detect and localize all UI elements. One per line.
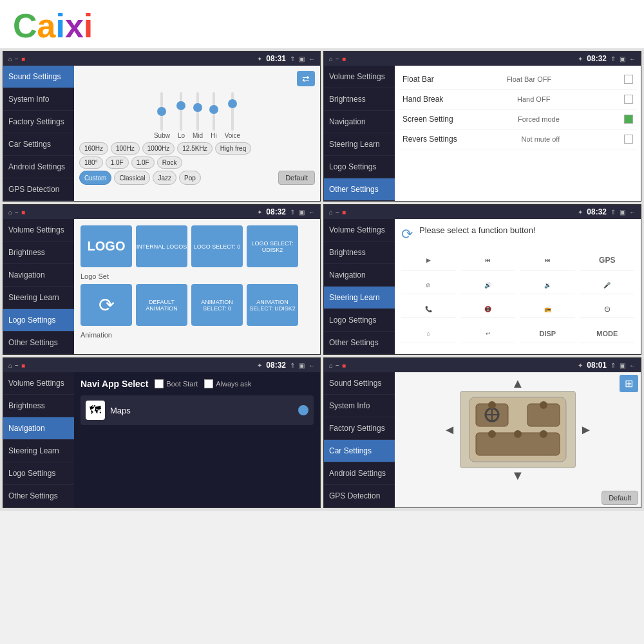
steer-gps[interactable]: GPS xyxy=(580,249,635,270)
bluetooth-icon-5: ✦ xyxy=(257,362,262,369)
arrows-icon-4: ⇑ xyxy=(611,209,616,216)
steer-vol-down[interactable]: 🔉 xyxy=(520,276,575,294)
steer-power[interactable]: ⏻ xyxy=(580,299,635,318)
steer-mic[interactable]: 🎤 xyxy=(580,276,635,294)
adjust-icon-button[interactable]: ⊞ xyxy=(620,375,638,392)
sidebar-item-car-settings[interactable]: Car Settings xyxy=(3,133,74,156)
steer-play[interactable]: ▶ xyxy=(401,249,456,270)
freq-160hz[interactable]: 160Hz xyxy=(79,142,108,155)
exchange-button[interactable]: ⇄ xyxy=(297,71,315,86)
steer-call[interactable]: 📞 xyxy=(401,299,456,318)
slider-track-hi[interactable] xyxy=(213,92,215,131)
float-bar-checkbox[interactable] xyxy=(624,75,633,84)
steer-next[interactable]: ⏭ xyxy=(520,249,575,270)
sidebar-item-gps-detection[interactable]: GPS Detection xyxy=(3,178,74,201)
car-up-arrow[interactable]: ▲ xyxy=(511,376,524,391)
slider-track-voice[interactable] xyxy=(231,92,234,131)
sidebar-4-logo[interactable]: Logo Settings xyxy=(324,309,395,332)
steer-mode[interactable]: MODE xyxy=(580,323,635,343)
sidebar-3-navigation[interactable]: Navigation xyxy=(3,264,74,287)
sidebar-item-sound-settings[interactable]: Sound Settings xyxy=(3,66,74,88)
freq-100hz[interactable]: 100Hz xyxy=(111,142,140,155)
preset-classical[interactable]: Classical xyxy=(114,171,150,185)
car-right-arrow[interactable]: ► xyxy=(580,422,592,437)
steer-hangup[interactable]: 📵 xyxy=(461,299,516,318)
mode-10f-2[interactable]: 1.0F xyxy=(131,156,155,169)
logo-tile-internal[interactable]: INTERNAL LOGOS xyxy=(136,225,187,267)
anim-tile-default[interactable]: DEFAULT ANIMATION xyxy=(136,284,187,326)
steer-prev[interactable]: ⏮ xyxy=(461,249,516,270)
hand-break-checkbox[interactable] xyxy=(624,95,633,104)
sidebar-3-volume[interactable]: Volume Settings xyxy=(3,219,74,242)
settings-row-screen: Screen Setting Forced mode xyxy=(399,109,637,129)
preset-custom[interactable]: Custom xyxy=(79,171,111,185)
slider-track-mid[interactable] xyxy=(196,92,199,131)
always-ask-checkbox[interactable] xyxy=(204,379,213,388)
sidebar-6-android[interactable]: Android Settings xyxy=(324,462,395,485)
sidebar-item-navigation[interactable]: Navigation xyxy=(324,111,395,133)
steer-mute[interactable]: ⊘ xyxy=(401,276,456,294)
sidebar-item-steering[interactable]: Steering Learn xyxy=(324,133,395,156)
car-default-button[interactable]: Default xyxy=(601,491,638,505)
slider-track-subw[interactable] xyxy=(160,92,163,131)
sidebar-item-system-info[interactable]: System Info xyxy=(3,88,74,111)
logo-tile-main[interactable]: LOGO xyxy=(80,225,132,267)
logo-tile-select-0[interactable]: LOGO SELECT: 0 xyxy=(191,225,243,267)
status-bar-right-1: ✦ 08:31 ⇑ ▣ ← xyxy=(257,54,315,63)
slider-track-lo[interactable] xyxy=(180,92,182,131)
maps-radio-button[interactable] xyxy=(298,405,308,415)
steer-back[interactable]: ↩ xyxy=(461,323,516,343)
logo-tile-udisk2[interactable]: LOGO SELECT: UDISK2 xyxy=(247,225,298,267)
anim-tile-udisk2[interactable]: ANIMATION SELECT: UDISK2 xyxy=(247,284,298,326)
anim-tile-select-0[interactable]: ANIMATION SELECT: 0 xyxy=(191,284,243,326)
mode-rock[interactable]: Rock xyxy=(157,156,182,169)
screen-checkbox[interactable] xyxy=(624,115,633,124)
sidebar-4-steering[interactable]: Steering Learn xyxy=(324,287,395,309)
sidebar-4-brightness[interactable]: Brightness xyxy=(324,242,395,264)
sidebar-item-android-settings[interactable]: Android Settings xyxy=(3,156,74,178)
boot-start-checkbox[interactable] xyxy=(155,379,164,388)
sidebar-3-steering[interactable]: Steering Learn xyxy=(3,287,74,309)
car-left-arrow[interactable]: ◄ xyxy=(443,422,456,437)
sidebar-6-car[interactable]: Car Settings xyxy=(324,440,395,462)
steer-radio[interactable]: 📻 xyxy=(520,299,575,318)
steer-home[interactable]: ⌂ xyxy=(401,323,456,343)
sidebar-item-brightness[interactable]: Brightness xyxy=(324,88,395,111)
refresh-icon[interactable]: ⟳ xyxy=(401,226,413,243)
sidebar-item-volume[interactable]: Volume Settings xyxy=(324,66,395,88)
sidebar-6-gps[interactable]: GPS Detection xyxy=(324,485,395,507)
mode-180[interactable]: 180° xyxy=(79,156,103,169)
sidebar-3-logo[interactable]: Logo Settings xyxy=(3,309,74,332)
reverse-checkbox[interactable] xyxy=(624,135,633,144)
freq-1000hz[interactable]: 1000Hz xyxy=(142,142,175,155)
sidebar-4-navigation[interactable]: Navigation xyxy=(324,264,395,287)
sidebar-item-factory-settings[interactable]: Factory Settings xyxy=(3,111,74,133)
sidebar-item-logo[interactable]: Logo Settings xyxy=(324,156,395,178)
sidebar-5-logo[interactable]: Logo Settings xyxy=(3,462,74,485)
sidebar-3-other[interactable]: Other Settings xyxy=(3,332,74,354)
panels-grid: ⌂ − ■ ✦ 08:31 ⇑ ▣ ← Sound Settings Syste… xyxy=(0,48,644,511)
steer-disp[interactable]: DISP xyxy=(520,323,575,343)
freq-125khz[interactable]: 12.5KHz xyxy=(177,142,212,155)
sidebar-6-factory[interactable]: Factory Settings xyxy=(324,417,395,440)
car-down-arrow[interactable]: ▼ xyxy=(511,468,524,483)
steer-vol-up[interactable]: 🔊 xyxy=(461,276,516,294)
sidebar-5-volume[interactable]: Volume Settings xyxy=(3,372,74,395)
sidebar-3-brightness[interactable]: Brightness xyxy=(3,242,74,264)
sidebar-6-system[interactable]: System Info xyxy=(324,395,395,417)
mode-10f-1[interactable]: 1.0F xyxy=(106,156,129,169)
logo-set-label: Logo Set xyxy=(78,270,316,281)
sidebar-6-sound[interactable]: Sound Settings xyxy=(324,372,395,395)
sidebar-4-other[interactable]: Other Settings xyxy=(324,332,395,354)
anim-tile-spinner[interactable]: ⟳ xyxy=(80,284,132,326)
preset-jazz[interactable]: Jazz xyxy=(153,171,176,185)
sidebar-5-other[interactable]: Other Settings xyxy=(3,485,74,507)
preset-pop[interactable]: Pop xyxy=(179,171,201,185)
sidebar-item-other[interactable]: Other Settings xyxy=(324,178,395,201)
sidebar-4-volume[interactable]: Volume Settings xyxy=(324,219,395,242)
sidebar-5-brightness[interactable]: Brightness xyxy=(3,395,74,417)
sidebar-5-navigation[interactable]: Navigation xyxy=(3,417,74,440)
default-button-1[interactable]: Default xyxy=(278,171,315,185)
sidebar-5-steering[interactable]: Steering Learn xyxy=(3,440,74,462)
freq-high[interactable]: High freq xyxy=(215,142,252,155)
